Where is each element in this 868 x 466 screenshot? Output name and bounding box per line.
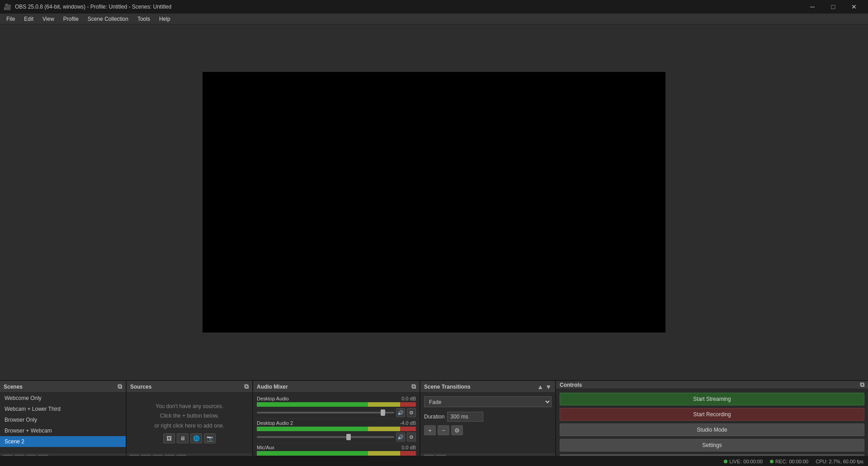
sources-panel: Sources ⧉ You don't have any sources. Cl…	[127, 381, 253, 466]
fader-thumb-0[interactable]	[381, 409, 385, 416]
scene-item-3[interactable]: Browser + Webcam	[0, 425, 126, 436]
meter-yellow-2	[368, 451, 400, 456]
transitions-panel: Scene Transitions ▲ ▼ Fade Cut Swipe Sli…	[420, 381, 556, 466]
controls-panel-header: Controls ⧉	[556, 381, 868, 389]
source-icon-monitor[interactable]: 🖥	[177, 433, 189, 443]
source-icon-browser[interactable]: 🌐	[190, 433, 202, 443]
transitions-panel-title: Scene Transitions	[424, 384, 471, 390]
transition-remove-button[interactable]: −	[438, 425, 449, 435]
meter-yellow-1	[368, 427, 400, 431]
audio-meter-0	[257, 402, 416, 407]
audio-panel-icon[interactable]: ⧉	[411, 383, 416, 390]
fader-track-1[interactable]	[257, 436, 394, 438]
scenes-list: Webcome OnlyWebcam + Lower ThirdBrowser …	[0, 393, 126, 452]
meter-green-1	[257, 427, 368, 431]
scenes-panel: Scenes ⧉ Webcome OnlyWebcam + Lower Thir…	[0, 381, 127, 466]
meter-yellow-0	[368, 402, 400, 407]
transitions-panel-header: Scene Transitions ▲ ▼	[420, 381, 555, 393]
audio-mute-btn-1[interactable]: 🔊	[396, 433, 405, 442]
controls-panel-icon[interactable]: ⧉	[860, 381, 864, 389]
app-icon: 🎥	[4, 3, 11, 10]
audio-channel-name-0: Desktop Audio	[257, 396, 289, 401]
scene-item-1[interactable]: Webcam + Lower Third	[0, 404, 126, 414]
audio-meter-bg-1	[257, 427, 416, 431]
audio-channel-header-1: Desktop Audio 2 -4.0 dB	[257, 420, 416, 426]
fader-thumb-1[interactable]	[346, 434, 351, 440]
titlebar-controls: ─ □ ✕	[802, 0, 864, 14]
status-cpu: CPU: 2.7%, 60.00 fps	[816, 459, 863, 464]
audio-channel-db-0: 0.0 dB	[401, 396, 416, 401]
transition-settings-button[interactable]: ⚙	[451, 425, 463, 435]
audio-settings-btn-1[interactable]: ⚙	[407, 433, 416, 442]
audio-channel-header-2: Mic/Aux 0.0 dB	[257, 445, 416, 450]
menubar: FileEditViewProfileScene CollectionTools…	[0, 14, 868, 24]
audio-channel-name-1: Desktop Audio 2	[257, 420, 293, 426]
audio-panel-header: Audio Mixer ⧉	[253, 381, 420, 393]
audio-channel-controls-0: 🔊 ⚙	[257, 408, 416, 417]
source-icon-image[interactable]: 🖼	[163, 433, 175, 443]
cpu-label: CPU: 2.7%, 60.00 fps	[816, 459, 863, 464]
scene-item-0[interactable]: Webcome Only	[0, 393, 126, 404]
control-btn-studio-mode[interactable]: Studio Mode	[560, 423, 864, 436]
scene-item-2[interactable]: Browser Only	[0, 414, 126, 425]
control-btn-start-recording[interactable]: Start Recording	[560, 408, 864, 421]
close-button[interactable]: ✕	[844, 0, 864, 14]
sources-empty-line3: or right click here to add one.	[155, 421, 225, 431]
scenes-panel-icon[interactable]: ⧉	[118, 383, 122, 390]
sources-empty[interactable]: You don't have any sources. Click the + …	[127, 393, 252, 452]
menu-item-profile[interactable]: Profile	[59, 14, 83, 24]
menu-item-tools[interactable]: Tools	[133, 14, 155, 24]
transitions-content: Fade Cut Swipe Slide Stinger Luma Wipe D…	[420, 393, 555, 452]
titlebar-title: OBS 25.0.8 (64-bit, windows) - Profile: …	[15, 4, 171, 10]
menu-item-scene-collection[interactable]: Scene Collection	[83, 14, 133, 24]
titlebar: 🎥 OBS 25.0.8 (64-bit, windows) - Profile…	[0, 0, 868, 14]
live-indicator	[724, 460, 727, 463]
menu-item-view[interactable]: View	[38, 14, 59, 24]
live-time: 00:00:00	[743, 459, 763, 464]
meter-red-2	[400, 451, 416, 456]
menu-item-file[interactable]: File	[2, 14, 19, 24]
fader-track-0[interactable]	[257, 412, 394, 414]
audio-meter-2	[257, 451, 416, 456]
audio-channel-db-1: -4.0 dB	[400, 420, 416, 426]
audio-channel-header-0: Desktop Audio 0.0 dB	[257, 396, 416, 401]
meter-red-0	[400, 402, 416, 407]
scenes-panel-title: Scenes	[4, 384, 23, 390]
transition-select[interactable]: Fade Cut Swipe Slide Stinger Luma Wipe	[424, 396, 552, 407]
controls-content: Start StreamingStart RecordingStudio Mod…	[556, 389, 868, 466]
control-btn-settings[interactable]: Settings	[560, 439, 864, 452]
minimize-button[interactable]: ─	[802, 0, 823, 14]
scenes-panel-header: Scenes ⧉	[0, 381, 126, 393]
audio-panel-title: Audio Mixer	[257, 384, 288, 390]
audio-meter-bg-2	[257, 451, 416, 456]
maximize-button[interactable]: □	[823, 0, 844, 14]
menu-item-edit[interactable]: Edit	[19, 14, 38, 24]
bottom-panel: Scenes ⧉ Webcome OnlyWebcam + Lower Thir…	[0, 380, 868, 466]
status-rec: REC: 00:00:00	[770, 459, 808, 464]
sources-panel-title: Sources	[130, 384, 151, 390]
audio-mute-btn-0[interactable]: 🔊	[396, 408, 405, 417]
status-live: LIVE: 00:00:00	[724, 459, 763, 464]
transitions-expand-icon[interactable]: ▲	[537, 383, 543, 390]
audio-settings-btn-0[interactable]: ⚙	[407, 408, 416, 417]
main-area: Scenes ⧉ Webcome OnlyWebcam + Lower Thir…	[0, 24, 868, 466]
meter-green-2	[257, 451, 368, 456]
menu-item-help[interactable]: Help	[155, 14, 175, 24]
audio-channel-0: Desktop Audio 0.0 dB 🔊 ⚙	[253, 395, 420, 419]
transition-add-button[interactable]: +	[424, 425, 436, 435]
sources-empty-line1: You don't have any sources.	[156, 402, 223, 412]
control-btn-start-streaming[interactable]: Start Streaming	[560, 393, 864, 405]
live-label: LIVE:	[729, 459, 741, 464]
duration-input[interactable]	[447, 412, 483, 422]
sources-type-icons: 🖼 🖥 🌐 📷	[163, 433, 216, 443]
sources-panel-icon[interactable]: ⧉	[244, 383, 249, 390]
transitions-collapse-icon[interactable]: ▼	[545, 383, 552, 390]
scene-item-4[interactable]: Scene 2	[0, 436, 126, 447]
audio-mixer-panel: Audio Mixer ⧉ Desktop Audio 0.0 dB 🔊 ⚙ D…	[253, 381, 420, 466]
transition-add-remove: + − ⚙	[424, 425, 552, 435]
meter-red-1	[400, 427, 416, 431]
audio-channel-db-2: 0.0 dB	[401, 445, 416, 450]
source-icon-camera[interactable]: 📷	[204, 433, 216, 443]
audio-content: Desktop Audio 0.0 dB 🔊 ⚙ Desktop Audio 2…	[253, 393, 420, 466]
titlebar-left: 🎥 OBS 25.0.8 (64-bit, windows) - Profile…	[4, 3, 171, 10]
